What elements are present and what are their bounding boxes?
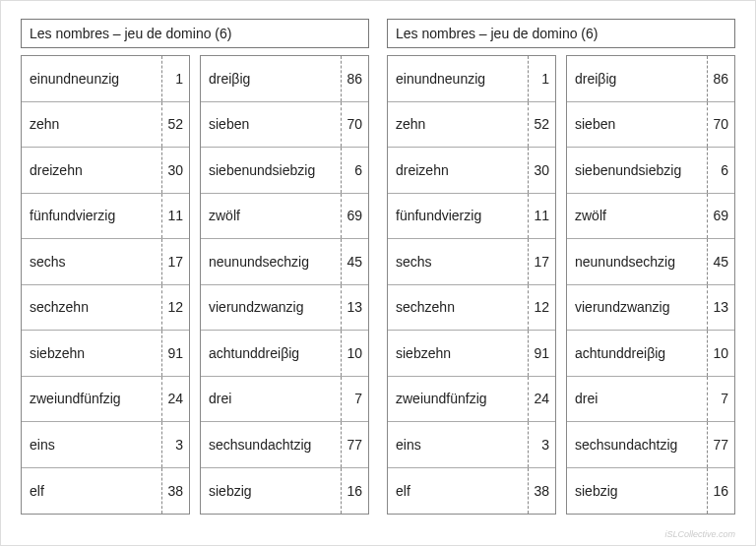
domino-number: 17 — [161, 239, 189, 284]
domino-row: dreiβig86 — [201, 56, 368, 102]
domino-number: 70 — [341, 102, 368, 148]
domino-number: 30 — [528, 148, 555, 193]
domino-number: 1 — [161, 56, 189, 101]
domino-row: siebzehn91 — [388, 331, 555, 377]
domino-number: 17 — [528, 239, 555, 284]
domino-row: sechs17 — [22, 239, 189, 285]
domino-row: sechzehn12 — [388, 285, 555, 332]
domino-word: sechsundachtzig — [201, 437, 341, 453]
domino-number: 52 — [528, 102, 555, 148]
domino-row: dreizehn30 — [22, 148, 189, 194]
domino-word: dreiβig — [201, 71, 341, 87]
domino-word: dreiβig — [567, 71, 707, 87]
domino-number: 11 — [528, 194, 555, 239]
worksheet-left: Les nombres – jeu de domino (6) einundne… — [21, 19, 369, 515]
columns-left: einundneunzig1zehn52dreizehn30fünfundvie… — [21, 55, 369, 515]
domino-number: 6 — [707, 148, 734, 193]
domino-number: 77 — [341, 422, 368, 467]
domino-row: drei7 — [567, 377, 734, 423]
domino-row: zweiundfünfzig24 — [22, 377, 189, 423]
domino-word: siebzig — [201, 483, 341, 499]
domino-row: zweiundfünfzig24 — [388, 377, 555, 423]
domino-row: achtunddreiβig10 — [567, 331, 734, 377]
domino-row: siebzehn91 — [22, 331, 189, 377]
domino-word: zwölf — [201, 208, 341, 223]
domino-number: 52 — [161, 102, 189, 148]
domino-number: 70 — [707, 102, 734, 148]
domino-number: 24 — [528, 377, 555, 422]
domino-row: fünfundvierzig11 — [22, 194, 189, 240]
worksheet-page: Les nombres – jeu de domino (6) einundne… — [21, 19, 735, 515]
domino-row: sechsundachtzig77 — [567, 422, 734, 468]
domino-row: eins3 — [22, 422, 189, 468]
domino-row: siebenundsiebzig6 — [567, 148, 734, 194]
domino-word: sieben — [201, 116, 341, 132]
column-right-1: einundneunzig1zehn52dreizehn30fünfundvie… — [387, 55, 556, 515]
domino-row: zwölf69 — [201, 194, 368, 240]
domino-word: siebzig — [567, 483, 707, 499]
domino-number: 24 — [161, 377, 189, 422]
domino-row: neunundsechzig45 — [567, 239, 734, 285]
domino-number: 16 — [341, 468, 368, 515]
domino-word: zwölf — [567, 208, 707, 223]
domino-row: sechs17 — [388, 239, 555, 285]
domino-word: fünfundvierzig — [22, 208, 161, 223]
domino-word: eins — [22, 437, 161, 453]
domino-number: 12 — [528, 285, 555, 331]
domino-row: eins3 — [388, 422, 555, 468]
domino-row: zehn52 — [388, 102, 555, 149]
domino-number: 12 — [161, 285, 189, 331]
domino-word: achtunddreiβig — [201, 345, 341, 361]
title-right: Les nombres – jeu de domino (6) — [387, 19, 735, 48]
domino-word: fünfundvierzig — [388, 208, 528, 223]
domino-word: sechsundachtzig — [567, 437, 707, 453]
domino-number: 77 — [707, 422, 734, 467]
domino-number: 13 — [707, 285, 734, 331]
domino-number: 7 — [707, 377, 734, 422]
domino-row: einundneunzig1 — [388, 56, 555, 102]
domino-row: dreizehn30 — [388, 148, 555, 194]
column-left-2: dreiβig86sieben70siebenundsiebzig6zwölf6… — [200, 55, 369, 515]
worksheet-right: Les nombres – jeu de domino (6) einundne… — [387, 19, 735, 515]
domino-word: siebenundsiebzig — [567, 162, 707, 178]
domino-word: sechs — [388, 254, 528, 270]
domino-row: sieben70 — [567, 102, 734, 149]
columns-right: einundneunzig1zehn52dreizehn30fünfundvie… — [387, 55, 735, 515]
domino-row: zwölf69 — [567, 194, 734, 240]
title-left: Les nombres – jeu de domino (6) — [21, 19, 369, 48]
domino-row: siebzig16 — [201, 468, 368, 515]
domino-number: 3 — [161, 422, 189, 467]
domino-number: 38 — [528, 468, 555, 515]
domino-word: zehn — [388, 116, 528, 132]
domino-row: sechsundachtzig77 — [201, 422, 368, 468]
domino-word: dreizehn — [388, 162, 528, 178]
domino-word: zweiundfünfzig — [22, 391, 161, 406]
domino-number: 86 — [341, 56, 368, 101]
domino-word: vierundzwanzig — [201, 299, 341, 315]
watermark: iSLCollective.com — [664, 529, 735, 539]
domino-number: 69 — [341, 194, 368, 239]
domino-number: 30 — [161, 148, 189, 193]
domino-row: sieben70 — [201, 102, 368, 149]
domino-number: 86 — [707, 56, 734, 101]
domino-row: dreiβig86 — [567, 56, 734, 102]
domino-word: elf — [388, 483, 528, 499]
domino-word: sechzehn — [388, 299, 528, 315]
domino-number: 1 — [528, 56, 555, 101]
domino-word: einundneunzig — [388, 71, 528, 87]
domino-word: drei — [567, 391, 707, 406]
domino-word: zweiundfünfzig — [388, 391, 528, 406]
domino-number: 91 — [161, 331, 189, 376]
domino-word: vierundzwanzig — [567, 299, 707, 315]
domino-row: elf38 — [22, 468, 189, 515]
domino-number: 38 — [161, 468, 189, 515]
domino-word: drei — [201, 391, 341, 406]
domino-row: sechzehn12 — [22, 285, 189, 332]
domino-word: einundneunzig — [22, 71, 161, 87]
domino-row: einundneunzig1 — [22, 56, 189, 102]
column-right-2: dreiβig86sieben70siebenundsiebzig6zwölf6… — [566, 55, 735, 515]
domino-number: 10 — [707, 331, 734, 376]
column-left-1: einundneunzig1zehn52dreizehn30fünfundvie… — [21, 55, 190, 515]
domino-number: 6 — [341, 148, 368, 193]
domino-word: elf — [22, 483, 161, 499]
